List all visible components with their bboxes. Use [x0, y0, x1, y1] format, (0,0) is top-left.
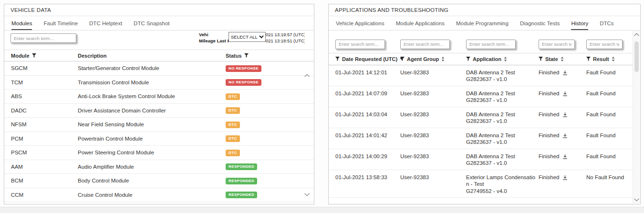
tab-diagnostic-tests[interactable]: Diagnostic Tests [520, 16, 560, 30]
download-icon[interactable] [562, 112, 568, 117]
history-row[interactable]: 01-Jul-2021 13:58:33User-92383Exterior L… [329, 170, 633, 198]
tab-dtc-snapshot[interactable]: DTC Snapshot [134, 16, 169, 30]
module-row[interactable]: DADCDriver Assistance Domain ControllerD… [4, 104, 314, 118]
filter-icon[interactable] [400, 57, 405, 61]
modules-table-header: Module Description Status [4, 50, 314, 61]
module-column-header[interactable]: Module [11, 53, 78, 59]
history-row[interactable]: 01-Jul-2021 14:00:29User-92383DAB Antenn… [329, 149, 633, 170]
download-icon[interactable] [562, 154, 568, 159]
status-badge: NO RESPONSE [226, 79, 261, 86]
download-icon[interactable] [562, 70, 568, 75]
state-label: Finished [539, 153, 559, 160]
status-cell: RESPONDED [226, 177, 307, 184]
sort-icon[interactable] [441, 57, 445, 61]
tab-fault-timeline[interactable]: Fault Timeline [43, 16, 78, 30]
sort-icon[interactable] [612, 57, 615, 61]
description-cell: Cruise Control Module [78, 192, 226, 198]
result-cell: Fault Found [586, 90, 626, 97]
result-column-header[interactable]: Result [586, 56, 626, 62]
status-column-header[interactable]: Status [226, 53, 307, 59]
module-row[interactable]: AAMAudio Amplifier ModuleRESPONDED [4, 160, 314, 174]
agent-group-column-header[interactable]: Agent Group [400, 56, 466, 62]
filter-icon[interactable] [335, 57, 340, 61]
module-row[interactable]: ABSAnti-Lock Brake System Control Module… [4, 90, 314, 104]
horizontal-scrollbar[interactable] [0, 207, 644, 213]
scroll-down-icon[interactable] [304, 193, 310, 196]
tab-module-programming[interactable]: Module Programming [456, 16, 509, 30]
date-requested-cell: 01-Jul-2021 14:00:29 [335, 153, 400, 160]
scroll-up-icon[interactable] [634, 33, 639, 36]
agent-group-cell: User-92383 [400, 132, 466, 139]
agent-group-cell: User-92383 [400, 90, 466, 97]
result-cell: No Fault Found [586, 174, 626, 181]
filter-icon[interactable] [32, 53, 36, 58]
scrollbar-thumb[interactable] [634, 41, 639, 72]
download-icon[interactable] [562, 133, 568, 138]
search-application[interactable] [466, 40, 516, 49]
result-cell: Fault Found [586, 69, 626, 76]
agent-group-cell: User-92383 [400, 153, 466, 160]
tab-history[interactable]: History [571, 16, 588, 30]
history-row[interactable]: 01-Jul-2021 14:03:04User-92383DAB Antenn… [329, 107, 633, 128]
state-label: Finished [539, 69, 559, 76]
tab-vehicle-applications[interactable]: Vehicle Applications [336, 16, 384, 30]
result-column-label: Result [593, 56, 609, 62]
application-line: G2823637 - v1.0 [466, 118, 539, 125]
filter-icon[interactable] [244, 53, 249, 58]
module-search-input[interactable] [10, 33, 76, 43]
status-badge: RESPONDED [226, 192, 257, 198]
application-cell: DAB Antenna 2 TestG2823637 - v1.0 [466, 153, 539, 167]
search-agent-group[interactable] [400, 40, 450, 49]
filter-icon[interactable] [539, 57, 543, 61]
vertical-scrollbar[interactable] [633, 31, 640, 203]
state-column-header[interactable]: State [539, 56, 586, 62]
download-icon[interactable] [562, 91, 568, 96]
agent-group-column-label: Agent Group [407, 56, 439, 62]
sort-icon[interactable] [504, 57, 507, 61]
status-badge: DTC [226, 107, 240, 114]
select-all-dropdown[interactable]: SELECT ALL [229, 32, 266, 42]
module-row[interactable]: PSCMPower Steering Control ModuleDTC [4, 146, 314, 160]
module-row[interactable]: CCMCruise Control ModuleRESPONDED [4, 188, 314, 203]
scroll-up-icon[interactable] [304, 74, 310, 77]
search-result[interactable] [586, 40, 623, 49]
application-line: G2823637 - v1.0 [466, 160, 539, 167]
search-date-requested[interactable] [335, 40, 385, 49]
filter-icon[interactable] [586, 57, 591, 61]
download-icon[interactable] [562, 175, 568, 180]
history-row[interactable]: 01-Jul-2021 14:12:01User-92383DAB Antenn… [329, 65, 633, 86]
modules-table-body: SGCMStarter/Generator Control ModuleNO R… [4, 61, 314, 202]
description-column-header[interactable]: Description [78, 53, 226, 59]
module-row[interactable]: BCMBody Control ModuleRESPONDED [4, 174, 314, 188]
history-search-row [329, 30, 633, 53]
history-row[interactable]: 01-Jul-2021 14:01:42User-92383DAB Antenn… [329, 128, 633, 149]
module-cell: NFSM [11, 122, 78, 127]
status-cell: DTC [226, 121, 307, 128]
module-cell: PSCM [11, 150, 78, 155]
agent-group-cell: User-92383 [400, 69, 466, 76]
tab-module-applications[interactable]: Module Applications [396, 16, 445, 30]
filter-icon[interactable] [466, 57, 470, 61]
module-cell: PCM [11, 136, 78, 142]
status-badge: RESPONDED [226, 163, 257, 170]
result-cell: Fault Found [586, 111, 626, 118]
tab-dtc-helptext[interactable]: DTC Helptext [89, 16, 122, 30]
description-cell: Powertrain Control Module [78, 136, 226, 142]
sort-icon[interactable] [561, 57, 564, 61]
module-row[interactable]: NFSMNear Field Sensing ModuleDTC [4, 118, 314, 132]
search-state[interactable] [539, 40, 575, 49]
tab-modules[interactable]: Modules [11, 16, 32, 30]
date-requested-column-header[interactable]: Date Requested (UTC) [335, 56, 400, 62]
application-cell: DAB Antenna 2 TestG2823637 - v1.0 [466, 132, 539, 146]
application-column-header[interactable]: Application [466, 56, 539, 62]
module-cell: CCM [11, 192, 78, 198]
tab-dtcs[interactable]: DTCs [600, 16, 613, 30]
date-requested-column-label: Date Requested (UTC) [342, 56, 397, 62]
module-row[interactable]: SGCMStarter/Generator Control ModuleNO R… [4, 61, 314, 76]
module-row[interactable]: TCMTransmission Control ModuleNO RESPONS… [4, 76, 314, 90]
module-cell: SGCM [11, 65, 78, 71]
history-row[interactable]: 01-Jul-2021 14:07:09User-92383DAB Antenn… [329, 86, 633, 107]
module-row[interactable]: PCMPowertrain Control ModuleDTC [4, 132, 314, 146]
scroll-down-icon[interactable] [634, 198, 639, 202]
status-cell: NO RESPONSE [226, 65, 307, 72]
